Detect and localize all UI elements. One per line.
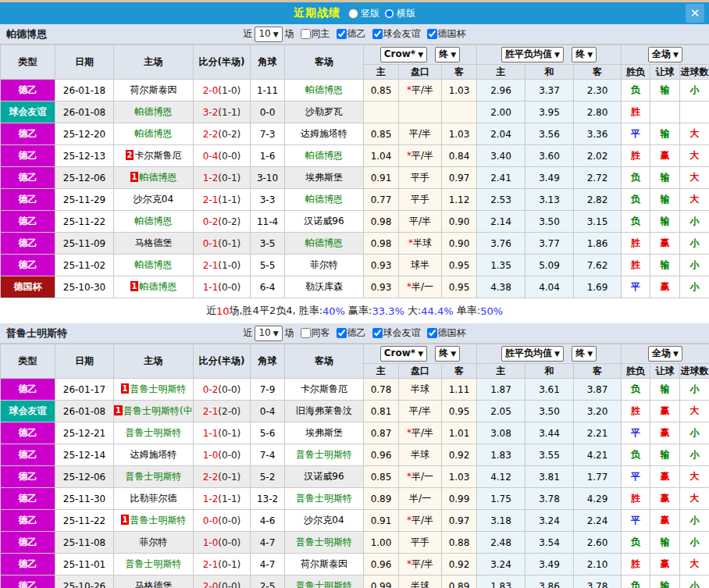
cell-result: 胜 bbox=[622, 145, 650, 167]
cell-avg: 2.04 bbox=[477, 123, 526, 145]
halftime-score: (1-1) bbox=[218, 194, 240, 205]
cell-handicap-result: 赢 bbox=[650, 401, 680, 422]
cell-score: 3-2(1-1) bbox=[194, 102, 251, 123]
same-venue-checkbox[interactable] bbox=[301, 328, 311, 338]
filter-1-checkbox[interactable] bbox=[372, 328, 383, 338]
away-team-name: 帕德博恩 bbox=[305, 237, 343, 248]
table-row: 德乙25-12-06普鲁士明斯特2-2(0-1)5-2汉诺威960.85*半/一… bbox=[1, 466, 709, 488]
filter-1[interactable]: 球会友谊 bbox=[368, 27, 421, 41]
away-team-name: 卡尔斯鲁厄 bbox=[301, 383, 347, 394]
away-team-name: 旧海弗莱鲁汶 bbox=[296, 405, 352, 416]
cell-corner: 1-6 bbox=[251, 145, 285, 167]
filter-2-checkbox[interactable] bbox=[427, 328, 437, 338]
horizontal-radio[interactable] bbox=[384, 9, 394, 19]
cell-away-team: 普鲁士明斯特 bbox=[285, 532, 364, 554]
cell-result: 负 bbox=[622, 576, 650, 588]
close-icon: ✕ bbox=[690, 6, 700, 20]
same-venue-filter[interactable]: 同客 bbox=[296, 326, 330, 340]
cell-away-team: 菲尔特 bbox=[285, 255, 364, 276]
section-header: 帕德博恩 近 10▼ 场 同主 德乙球会友谊德国杯 bbox=[0, 24, 709, 45]
handicap-text: 平/半 bbox=[412, 150, 433, 161]
cell-away-team: 帕德博恩 bbox=[285, 80, 364, 102]
cell-avg: 3.78 bbox=[526, 488, 574, 510]
layout-horizontal-option[interactable]: 横版 bbox=[384, 7, 415, 20]
cell-handicap-result: 输 bbox=[650, 532, 680, 554]
section-controls: 近 10▼ 场 同客 德乙球会友谊德国杯 bbox=[243, 326, 465, 341]
cell-avg: 2.96 bbox=[477, 80, 526, 102]
odds-final-select[interactable]: 终▼ bbox=[435, 47, 460, 62]
filter-2-checkbox[interactable] bbox=[427, 29, 437, 39]
chevron-down-icon: ▼ bbox=[587, 51, 593, 59]
avg-select[interactable]: 胜平负均值▼ bbox=[501, 346, 564, 362]
filter-0[interactable]: 德乙 bbox=[332, 326, 366, 340]
home-team-name: 帕德博恩 bbox=[135, 216, 173, 226]
cell-date: 25-12-21 bbox=[55, 422, 114, 444]
odds-company-select[interactable]: Crow*▼ bbox=[380, 346, 427, 362]
home-team-name: 普鲁士明斯特 bbox=[126, 471, 182, 482]
summary-line: 近10场,胜4平2负4, 胜率:40% 赢率:33.3% 大:44.4% 单率:… bbox=[0, 298, 709, 323]
sub-header: 和 bbox=[526, 364, 574, 379]
filter-1[interactable]: 球会友谊 bbox=[368, 326, 421, 340]
cell-corner: 5-6 bbox=[251, 422, 285, 444]
filter-2[interactable]: 德国杯 bbox=[422, 326, 466, 340]
cell-result: 平 bbox=[622, 422, 650, 444]
cell-avg: 2.30 bbox=[574, 80, 622, 102]
cell-result: 胜 bbox=[622, 255, 650, 276]
scope-select[interactable]: 全场▼ bbox=[648, 346, 682, 362]
filter-0-checkbox[interactable] bbox=[337, 29, 347, 39]
close-button[interactable]: ✕ bbox=[686, 4, 704, 23]
cell-result: 平 bbox=[622, 123, 650, 145]
cell-date: 25-10-30 bbox=[55, 276, 114, 298]
cell-away-team: 帕德博恩 bbox=[285, 145, 364, 167]
fulltime-score: 0-2 bbox=[203, 384, 219, 395]
cell-handicap: 平/半 bbox=[399, 123, 442, 145]
avg-final-select[interactable]: 终▼ bbox=[572, 346, 597, 362]
cell-odds: 0.96 bbox=[364, 444, 399, 466]
cell-result: 胜 bbox=[622, 401, 650, 422]
away-team-name: 帕德博恩 bbox=[305, 84, 343, 95]
halftime-score: (0-0) bbox=[218, 151, 240, 162]
summary-segment: 近 bbox=[206, 304, 216, 318]
scope-select[interactable]: 全场▼ bbox=[648, 47, 682, 62]
match-count-select[interactable]: 10▼ bbox=[255, 326, 282, 341]
layout-vertical-option[interactable]: 竖版 bbox=[348, 7, 379, 20]
chevron-down-icon: ▼ bbox=[673, 350, 679, 358]
team-name: 普鲁士明斯特 bbox=[6, 326, 67, 340]
chevron-down-icon: ▼ bbox=[273, 30, 279, 38]
cell-goals-result: 小 bbox=[680, 444, 709, 466]
cell-away-team: 沙尔克04 bbox=[285, 510, 364, 532]
cell-home-team: 1帕德博恩 bbox=[114, 167, 194, 189]
cell-handicap: 平/半 bbox=[399, 401, 442, 422]
cell-odds: 0.87 bbox=[364, 422, 399, 444]
chevron-down-icon: ▼ bbox=[673, 51, 679, 59]
cell-avg: 3.56 bbox=[526, 123, 574, 145]
cell-odds: 0.90 bbox=[442, 233, 477, 255]
vertical-radio[interactable] bbox=[348, 9, 358, 19]
cell-away-team: 卡尔斯鲁厄 bbox=[285, 379, 364, 401]
filter-1-checkbox[interactable] bbox=[372, 29, 383, 39]
same-venue-filter[interactable]: 同主 bbox=[296, 27, 330, 41]
filter-0-checkbox[interactable] bbox=[337, 328, 347, 338]
avg-final-select[interactable]: 终▼ bbox=[572, 47, 597, 62]
cell-away-team: 勒沃库森 bbox=[285, 276, 364, 298]
cell-avg: 3.36 bbox=[574, 123, 622, 145]
cell-result: 平 bbox=[622, 510, 650, 532]
halftime-score: (1-1) bbox=[218, 107, 240, 118]
cell-goals-result: 大 bbox=[680, 123, 709, 145]
cell-date: 25-11-09 bbox=[55, 233, 114, 255]
same-venue-checkbox[interactable] bbox=[301, 29, 311, 39]
matches-label: 场 bbox=[285, 27, 294, 41]
league-filters: 德乙球会友谊德国杯 bbox=[330, 326, 466, 340]
filter-0[interactable]: 德乙 bbox=[332, 27, 366, 41]
cell-handicap: 平手 bbox=[399, 532, 442, 554]
chevron-down-icon: ▼ bbox=[418, 350, 423, 358]
odds-final-select[interactable]: 终▼ bbox=[435, 346, 460, 362]
filter-2[interactable]: 德国杯 bbox=[422, 27, 466, 41]
odds-company-select[interactable]: Crow*▼ bbox=[380, 47, 427, 62]
match-count-select[interactable]: 10▼ bbox=[255, 27, 282, 42]
cell-odds: 0.91 bbox=[364, 167, 399, 189]
cell-handicap: *半/一 bbox=[399, 466, 442, 488]
odds-header-cell: Crow*▼ 终▼ bbox=[364, 45, 477, 65]
avg-select[interactable]: 胜平负均值▼ bbox=[501, 47, 564, 62]
fulltime-score: 2-1 bbox=[203, 406, 219, 417]
